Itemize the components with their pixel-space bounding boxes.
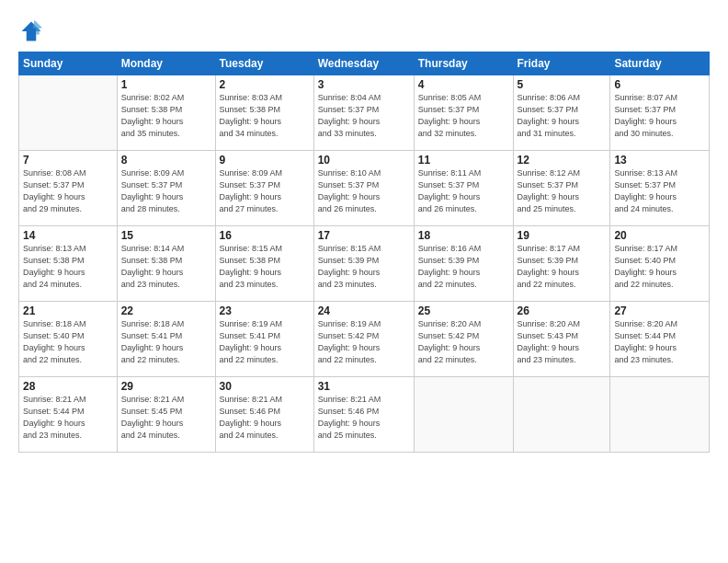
day-number: 7: [23, 154, 113, 167]
day-number: 27: [614, 304, 705, 317]
calendar-day-cell: 6Sunrise: 8:07 AMSunset: 5:37 PMDaylight…: [610, 75, 710, 151]
calendar-day-cell: 17Sunrise: 8:15 AMSunset: 5:39 PMDayligh…: [313, 226, 414, 302]
day-number: 12: [518, 154, 607, 167]
day-number: 14: [23, 229, 113, 242]
day-info: Sunrise: 8:15 AMSunset: 5:38 PMDaylight:…: [220, 243, 310, 291]
day-info: Sunrise: 8:12 AMSunset: 5:37 PMDaylight:…: [518, 167, 607, 215]
calendar-day-cell: 25Sunrise: 8:20 AMSunset: 5:42 PMDayligh…: [414, 302, 513, 377]
weekday-header-row: SundayMondayTuesdayWednesdayThursdayFrid…: [19, 52, 710, 75]
day-info: Sunrise: 8:20 AMSunset: 5:43 PMDaylight:…: [518, 318, 607, 366]
day-info: Sunrise: 8:09 AMSunset: 5:37 PMDaylight:…: [220, 167, 310, 215]
day-info: Sunrise: 8:07 AMSunset: 5:37 PMDaylight:…: [614, 92, 705, 140]
calendar-day-cell: 26Sunrise: 8:20 AMSunset: 5:43 PMDayligh…: [513, 302, 610, 377]
calendar-day-cell: 1Sunrise: 8:02 AMSunset: 5:38 PMDaylight…: [117, 75, 215, 151]
calendar-day-cell: 9Sunrise: 8:09 AMSunset: 5:37 PMDaylight…: [215, 151, 313, 226]
day-number: 21: [23, 304, 113, 317]
day-info: Sunrise: 8:21 AMSunset: 5:46 PMDaylight:…: [220, 394, 310, 442]
calendar-day-cell: 14Sunrise: 8:13 AMSunset: 5:38 PMDayligh…: [19, 226, 118, 302]
day-number: 18: [418, 229, 509, 242]
day-number: 24: [318, 304, 410, 317]
day-number: 13: [614, 154, 705, 167]
day-info: Sunrise: 8:20 AMSunset: 5:42 PMDaylight:…: [418, 318, 509, 366]
day-info: Sunrise: 8:17 AMSunset: 5:40 PMDaylight:…: [614, 243, 705, 291]
calendar-day-cell: 3Sunrise: 8:04 AMSunset: 5:37 PMDaylight…: [313, 75, 414, 151]
logo: [18, 18, 48, 44]
weekday-header-cell: Friday: [513, 52, 610, 75]
calendar-day-cell: 11Sunrise: 8:11 AMSunset: 5:37 PMDayligh…: [414, 151, 513, 226]
calendar-day-cell: [610, 377, 710, 453]
calendar-day-cell: 30Sunrise: 8:21 AMSunset: 5:46 PMDayligh…: [215, 377, 313, 453]
day-number: 29: [121, 380, 211, 393]
calendar-day-cell: 31Sunrise: 8:21 AMSunset: 5:46 PMDayligh…: [313, 377, 414, 453]
calendar-day-cell: 27Sunrise: 8:20 AMSunset: 5:44 PMDayligh…: [610, 302, 710, 377]
day-info: Sunrise: 8:14 AMSunset: 5:38 PMDaylight:…: [121, 243, 211, 291]
day-info: Sunrise: 8:15 AMSunset: 5:39 PMDaylight:…: [318, 243, 410, 291]
calendar-day-cell: 20Sunrise: 8:17 AMSunset: 5:40 PMDayligh…: [610, 226, 710, 302]
calendar-table: SundayMondayTuesdayWednesdayThursdayFrid…: [18, 52, 710, 453]
day-number: 20: [614, 229, 705, 242]
day-number: 11: [418, 154, 509, 167]
day-number: 15: [121, 229, 211, 242]
weekday-header-cell: Tuesday: [215, 52, 313, 75]
calendar-day-cell: 12Sunrise: 8:12 AMSunset: 5:37 PMDayligh…: [513, 151, 610, 226]
day-number: 28: [23, 380, 113, 393]
calendar-day-cell: [513, 377, 610, 453]
calendar-week-row: 14Sunrise: 8:13 AMSunset: 5:38 PMDayligh…: [19, 226, 710, 302]
weekday-header-cell: Monday: [117, 52, 215, 75]
day-info: Sunrise: 8:19 AMSunset: 5:41 PMDaylight:…: [220, 318, 310, 366]
day-info: Sunrise: 8:21 AMSunset: 5:44 PMDaylight:…: [23, 394, 113, 442]
day-info: Sunrise: 8:02 AMSunset: 5:38 PMDaylight:…: [121, 92, 211, 140]
day-number: 8: [121, 154, 211, 167]
calendar-day-cell: 8Sunrise: 8:09 AMSunset: 5:37 PMDaylight…: [117, 151, 215, 226]
calendar-day-cell: 29Sunrise: 8:21 AMSunset: 5:45 PMDayligh…: [117, 377, 215, 453]
calendar-day-cell: 24Sunrise: 8:19 AMSunset: 5:42 PMDayligh…: [313, 302, 414, 377]
day-info: Sunrise: 8:05 AMSunset: 5:37 PMDaylight:…: [418, 92, 509, 140]
day-info: Sunrise: 8:20 AMSunset: 5:44 PMDaylight:…: [614, 318, 705, 366]
day-info: Sunrise: 8:08 AMSunset: 5:37 PMDaylight:…: [23, 167, 113, 215]
calendar-week-row: 1Sunrise: 8:02 AMSunset: 5:38 PMDaylight…: [19, 75, 710, 151]
day-number: 16: [220, 229, 310, 242]
calendar-day-cell: 15Sunrise: 8:14 AMSunset: 5:38 PMDayligh…: [117, 226, 215, 302]
day-info: Sunrise: 8:03 AMSunset: 5:38 PMDaylight:…: [220, 92, 310, 140]
calendar-day-cell: 18Sunrise: 8:16 AMSunset: 5:39 PMDayligh…: [414, 226, 513, 302]
calendar-day-cell: 16Sunrise: 8:15 AMSunset: 5:38 PMDayligh…: [215, 226, 313, 302]
day-number: 22: [121, 304, 211, 317]
day-info: Sunrise: 8:04 AMSunset: 5:37 PMDaylight:…: [318, 92, 410, 140]
calendar-day-cell: 22Sunrise: 8:18 AMSunset: 5:41 PMDayligh…: [117, 302, 215, 377]
day-number: 5: [518, 78, 607, 91]
calendar-body: 1Sunrise: 8:02 AMSunset: 5:38 PMDaylight…: [19, 75, 710, 453]
day-info: Sunrise: 8:16 AMSunset: 5:39 PMDaylight:…: [418, 243, 509, 291]
day-number: 25: [418, 304, 509, 317]
calendar-day-cell: 10Sunrise: 8:10 AMSunset: 5:37 PMDayligh…: [313, 151, 414, 226]
day-info: Sunrise: 8:17 AMSunset: 5:39 PMDaylight:…: [518, 243, 607, 291]
day-info: Sunrise: 8:19 AMSunset: 5:42 PMDaylight:…: [318, 318, 410, 366]
day-info: Sunrise: 8:13 AMSunset: 5:37 PMDaylight:…: [614, 167, 705, 215]
weekday-header-cell: Sunday: [19, 52, 118, 75]
day-info: Sunrise: 8:21 AMSunset: 5:45 PMDaylight:…: [121, 394, 211, 442]
weekday-header-cell: Saturday: [610, 52, 710, 75]
calendar-day-cell: 4Sunrise: 8:05 AMSunset: 5:37 PMDaylight…: [414, 75, 513, 151]
calendar-day-cell: 5Sunrise: 8:06 AMSunset: 5:37 PMDaylight…: [513, 75, 610, 151]
calendar-day-cell: 28Sunrise: 8:21 AMSunset: 5:44 PMDayligh…: [19, 377, 118, 453]
day-number: 4: [418, 78, 509, 91]
day-number: 9: [220, 154, 310, 167]
calendar-day-cell: 13Sunrise: 8:13 AMSunset: 5:37 PMDayligh…: [610, 151, 710, 226]
calendar-day-cell: 21Sunrise: 8:18 AMSunset: 5:40 PMDayligh…: [19, 302, 118, 377]
calendar-day-cell: 19Sunrise: 8:17 AMSunset: 5:39 PMDayligh…: [513, 226, 610, 302]
day-info: Sunrise: 8:21 AMSunset: 5:46 PMDaylight:…: [318, 394, 410, 442]
day-info: Sunrise: 8:18 AMSunset: 5:40 PMDaylight:…: [23, 318, 113, 366]
day-info: Sunrise: 8:13 AMSunset: 5:38 PMDaylight:…: [23, 243, 113, 291]
day-info: Sunrise: 8:18 AMSunset: 5:41 PMDaylight:…: [121, 318, 211, 366]
header: [18, 15, 710, 44]
calendar-week-row: 28Sunrise: 8:21 AMSunset: 5:44 PMDayligh…: [19, 377, 710, 453]
calendar-day-cell: [414, 377, 513, 453]
day-info: Sunrise: 8:10 AMSunset: 5:37 PMDaylight:…: [318, 167, 410, 215]
calendar-day-cell: 23Sunrise: 8:19 AMSunset: 5:41 PMDayligh…: [215, 302, 313, 377]
day-number: 19: [518, 229, 607, 242]
day-number: 30: [220, 380, 310, 393]
calendar-day-cell: 7Sunrise: 8:08 AMSunset: 5:37 PMDaylight…: [19, 151, 118, 226]
day-number: 10: [318, 154, 410, 167]
day-info: Sunrise: 8:09 AMSunset: 5:37 PMDaylight:…: [121, 167, 211, 215]
day-info: Sunrise: 8:06 AMSunset: 5:37 PMDaylight:…: [518, 92, 607, 140]
day-number: 3: [318, 78, 410, 91]
